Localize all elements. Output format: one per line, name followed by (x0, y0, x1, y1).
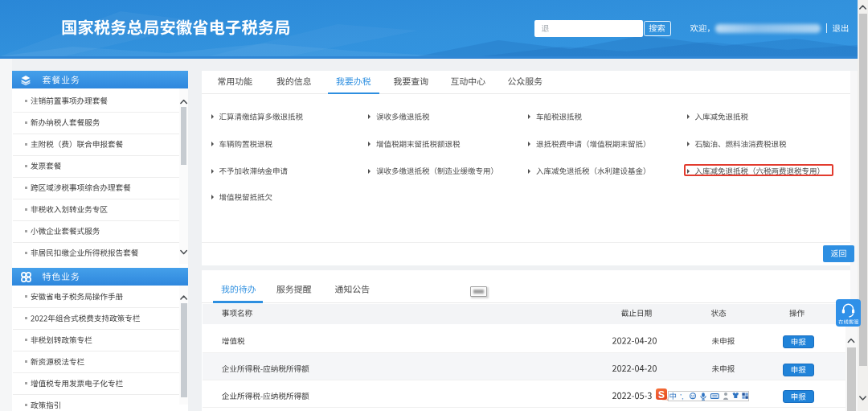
svg-text:’,: ’, (680, 393, 684, 401)
